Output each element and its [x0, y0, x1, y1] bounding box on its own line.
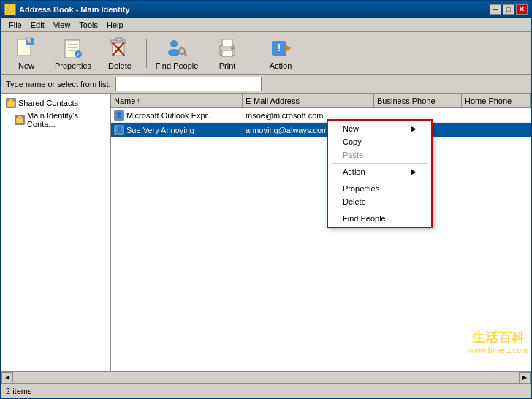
row2-home: [462, 129, 531, 131]
delete-icon: [108, 37, 132, 60]
svg-point-18: [170, 40, 178, 48]
menu-bar: File Edit View Tools Help: [1, 18, 531, 32]
menu-help[interactable]: Help: [102, 19, 128, 31]
row2-name: 👤 Sue Very Annoying: [111, 124, 243, 136]
find-people-label: Find People: [156, 61, 199, 70]
toolbar-properties-button[interactable]: ✓ Properties: [51, 35, 95, 72]
search-input[interactable]: [115, 77, 262, 91]
row1-home: [462, 115, 531, 116]
scroll-left-button[interactable]: ◀: [1, 372, 13, 384]
main-identity-icon: [15, 115, 25, 125]
col-header-biz[interactable]: Business Phone: [374, 94, 462, 107]
toolbar-action-button[interactable]: ! Action: [259, 35, 303, 72]
main-window: 📒 Address Book - Main Identity ─ □ ✕ Fil…: [0, 0, 532, 399]
properties-label: Properties: [55, 61, 91, 70]
col-name-label: Name: [114, 96, 135, 105]
svg-rect-30: [9, 99, 13, 102]
ctx-copy[interactable]: Copy: [328, 135, 431, 148]
toolbar-separator-1: [146, 39, 147, 68]
toolbar-find-people-button[interactable]: Find People: [151, 35, 202, 72]
ctx-paste[interactable]: Paste: [328, 148, 431, 162]
ctx-properties[interactable]: Properties: [328, 182, 431, 195]
main-identity-label: Main Identity's Conta...: [27, 111, 106, 129]
col-biz-label: Business Phone: [377, 96, 436, 105]
sidebar: Shared Contacts Main Identity's Conta...: [1, 94, 111, 371]
svg-text:!: !: [278, 42, 281, 53]
svg-marker-28: [286, 45, 291, 51]
sidebar-item-shared-contacts[interactable]: Shared Contacts: [3, 96, 109, 110]
svg-point-20: [179, 48, 185, 54]
properties-icon: ✓: [61, 37, 85, 60]
search-label: Type name or select from list:: [6, 80, 111, 88]
ctx-find-people[interactable]: Find People...: [328, 212, 431, 225]
ctx-separator-2: [331, 180, 428, 180]
print-icon: [216, 37, 239, 60]
svg-rect-23: [222, 39, 232, 47]
shared-contacts-label: Shared Contacts: [18, 99, 78, 107]
ctx-action[interactable]: Action ▶: [328, 165, 431, 178]
row2-icon: 👤: [114, 125, 124, 135]
table-row[interactable]: 👤 Microsoft Outlook Expr... msoe@microso…: [111, 108, 531, 123]
table-body: 👤 Microsoft Outlook Expr... msoe@microso…: [111, 108, 531, 371]
menu-file[interactable]: File: [4, 19, 26, 31]
scroll-track[interactable]: [13, 372, 519, 384]
ctx-properties-label: Properties: [343, 184, 379, 193]
sort-icon: ↑: [137, 97, 140, 104]
table-header: Name ↑ E-Mail Address Business Phone Hom…: [111, 94, 531, 108]
col-home-label: Home Phone: [465, 96, 512, 105]
title-bar-left: 📒 Address Book - Main Identity: [4, 4, 130, 15]
ctx-paste-label: Paste: [343, 151, 363, 159]
toolbar-print-button[interactable]: Print: [205, 35, 249, 72]
svg-point-19: [168, 49, 180, 56]
ctx-copy-label: Copy: [343, 137, 362, 146]
row1-biz: [374, 115, 462, 116]
toolbar: + New ✓ Properties: [1, 32, 531, 75]
context-menu: New ▶ Copy Paste Action ▶ Properties: [327, 119, 433, 228]
toolbar-separator-2: [254, 39, 254, 68]
status-bar: 2 items: [1, 383, 531, 398]
sidebar-item-main-identity[interactable]: Main Identity's Conta...: [3, 110, 109, 130]
content-area: Name ↑ E-Mail Address Business Phone Hom…: [111, 94, 531, 371]
action-icon: !: [269, 37, 292, 60]
title-bar-controls: ─ □ ✕: [490, 4, 528, 15]
status-text: 2 items: [6, 387, 31, 395]
svg-rect-24: [222, 50, 232, 56]
col-header-email[interactable]: E-Mail Address: [243, 94, 374, 107]
ctx-new-label: New: [343, 124, 359, 133]
svg-text:✓: ✓: [76, 52, 80, 57]
menu-view[interactable]: View: [49, 19, 75, 31]
print-label: Print: [219, 61, 236, 70]
ctx-separator-3: [331, 210, 428, 210]
row1-icon: 👤: [114, 110, 124, 121]
row1-name: 👤 Microsoft Outlook Expr...: [111, 110, 243, 121]
toolbar-new-button[interactable]: + New: [4, 35, 48, 72]
close-button[interactable]: ✕: [516, 4, 528, 15]
ctx-find-people-label: Find People...: [343, 214, 392, 223]
ctx-delete-label: Delete: [343, 197, 366, 206]
title-bar: 📒 Address Book - Main Identity ─ □ ✕: [1, 1, 531, 18]
window-title: Address Book - Main Identity: [19, 5, 130, 14]
col-header-name[interactable]: Name ↑: [111, 94, 243, 107]
delete-label: Delete: [108, 61, 132, 70]
scroll-right-button[interactable]: ▶: [519, 372, 531, 384]
app-icon: 📒: [4, 4, 16, 15]
menu-edit[interactable]: Edit: [26, 19, 49, 31]
toolbar-delete-button[interactable]: Delete: [98, 35, 142, 72]
table-row[interactable]: 👤 Sue Very Annoying annoying@always.com: [111, 123, 531, 137]
svg-line-21: [184, 53, 187, 56]
restore-button[interactable]: □: [503, 4, 514, 15]
search-bar: Type name or select from list:: [1, 75, 531, 94]
new-icon: +: [15, 37, 38, 60]
ctx-action-label: Action: [343, 167, 365, 176]
svg-point-25: [231, 47, 234, 50]
find-people-icon: [165, 37, 189, 60]
col-email-label: E-Mail Address: [246, 96, 300, 105]
col-header-home[interactable]: Home Phone: [462, 94, 531, 107]
new-label: New: [18, 61, 34, 70]
ctx-delete[interactable]: Delete: [328, 195, 431, 208]
minimize-button[interactable]: ─: [490, 4, 501, 15]
shared-contacts-icon: [6, 98, 16, 108]
ctx-action-arrow: ▶: [411, 168, 417, 175]
ctx-new[interactable]: New ▶: [328, 122, 431, 135]
menu-tools[interactable]: Tools: [75, 19, 102, 31]
